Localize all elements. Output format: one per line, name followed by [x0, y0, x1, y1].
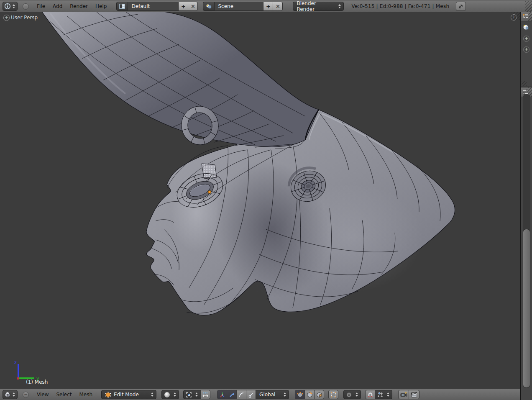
collapse-menus-button[interactable]: −: [23, 3, 29, 10]
scene-ball-icon: [522, 24, 530, 31]
active-object-info: (1) Mesh: [26, 379, 48, 385]
spinner-arrows-icon: [12, 392, 16, 397]
add-scene-button[interactable]: +: [263, 2, 273, 11]
manipulator-toggle-button[interactable]: [217, 390, 227, 399]
blender-window: − File Add Render Help Default + ✕: [0, 0, 532, 400]
render-engine-label: Blender Render: [297, 0, 335, 12]
snap-increment-icon: [377, 392, 384, 398]
outliner-header[interactable]: [521, 12, 532, 21]
window-split-icon: [119, 3, 125, 9]
face-select-icon: [316, 392, 322, 398]
occlude-geometry-toggle[interactable]: [328, 390, 338, 399]
3d-view-editor-icon: [4, 391, 11, 398]
screen-layout-selector: Default + ✕: [116, 2, 198, 11]
scale-manipulator-button[interactable]: [246, 390, 256, 399]
proportional-edit-dropdown[interactable]: [343, 390, 361, 399]
editor-type-selector-3dview[interactable]: [3, 390, 18, 399]
scene-name-field[interactable]: Scene: [214, 2, 263, 11]
info-editor-icon: [4, 3, 11, 10]
menu-select[interactable]: Select: [52, 392, 75, 397]
snap-group: [365, 390, 392, 399]
scale-icon: [248, 392, 254, 398]
pivot-group: [183, 390, 210, 399]
outliner-editor: + +: [521, 12, 532, 87]
clapperboard-icon: [411, 392, 418, 398]
collapse-viewport-menus-button[interactable]: −: [23, 392, 29, 398]
manipulate-centers-toggle[interactable]: [200, 390, 210, 399]
toolshelf-expand-button[interactable]: +: [3, 15, 10, 21]
rotate-manipulator-button[interactable]: [236, 390, 246, 399]
menu-view[interactable]: View: [33, 392, 52, 397]
snap-toggle-button[interactable]: [365, 390, 375, 399]
outliner-content: + +: [521, 21, 532, 87]
orientation-label: Global: [259, 392, 280, 397]
transform-orientation-dropdown[interactable]: Global: [256, 390, 289, 399]
magnet-icon: [367, 392, 373, 398]
active-vertex[interactable]: [208, 191, 211, 193]
translate-manipulator-button[interactable]: [227, 390, 237, 399]
scene-statistics: Ve:0-515 | Ed:0-988 | Fa:0-471 | Mesh: [351, 3, 449, 9]
vertex-select-icon: [297, 392, 303, 398]
menu-mesh[interactable]: Mesh: [76, 392, 97, 397]
opengl-render-anim-button[interactable]: [409, 390, 419, 399]
properties-scrollbar-thumb[interactable]: [523, 229, 530, 388]
right-editors-column: + +: [521, 12, 532, 400]
scene-selector: Scene + ✕: [203, 2, 283, 11]
menu-render[interactable]: Render: [66, 3, 92, 9]
selected-face-patch[interactable]: [202, 164, 217, 179]
face-select-button[interactable]: [314, 390, 324, 399]
select-mode-group: [295, 390, 324, 399]
mode-dropdown[interactable]: Edit Mode: [101, 390, 156, 399]
edge-select-button[interactable]: [304, 390, 315, 399]
scene-icon: [205, 3, 212, 9]
spinner-arrows-icon: [338, 4, 342, 8]
outliner-expand-1[interactable]: +: [523, 36, 529, 42]
outliner-expand-2[interactable]: +: [523, 46, 529, 53]
menu-add[interactable]: Add: [49, 3, 66, 9]
manipulator-group: Global: [217, 390, 289, 399]
shading-solid-icon: [164, 392, 170, 398]
screen-layout-icon-button[interactable]: [116, 2, 128, 11]
viewport-corner-grip[interactable]: [512, 12, 520, 20]
add-layout-button[interactable]: +: [178, 2, 188, 11]
mesh-object[interactable]: [0, 12, 520, 389]
vertex-select-button[interactable]: [295, 390, 305, 399]
header-corner-grip[interactable]: [525, 1, 532, 12]
occlude-icon: [330, 392, 337, 398]
3d-viewport[interactable]: + User Persp + z y (1) Mesh: [0, 12, 520, 389]
camera-icon: [400, 392, 407, 398]
proportional-circle-icon: [346, 392, 352, 398]
maximize-window-button[interactable]: [456, 2, 466, 11]
mode-label: Edit Mode: [114, 392, 148, 397]
outliner-bottom-grip[interactable]: [522, 81, 527, 86]
spinner-arrows-icon: [355, 392, 359, 397]
spinner-arrows-icon: [194, 392, 199, 397]
spinner-arrows-icon: [386, 392, 390, 397]
spinner-arrows-icon: [283, 392, 287, 397]
delete-scene-button[interactable]: ✕: [273, 2, 283, 11]
centers-icon: [202, 392, 209, 398]
editor-type-selector-info[interactable]: [3, 2, 18, 11]
translate-arrow-icon: [229, 392, 235, 398]
menu-help[interactable]: Help: [92, 3, 110, 9]
properties-editor: [521, 87, 532, 400]
mesh-horn[interactable]: [40, 12, 320, 148]
spinner-arrows-icon: [150, 392, 154, 397]
pivot-icon: [186, 392, 192, 398]
viewport-header: − View Select Mesh Edit Mode: [0, 389, 520, 400]
viewport-shading-dropdown[interactable]: [161, 390, 179, 399]
snap-element-dropdown[interactable]: [375, 390, 392, 399]
axis-tripod-icon: [219, 392, 225, 398]
spinner-arrows-icon: [173, 392, 177, 397]
axis-z-label: z: [14, 360, 17, 365]
render-engine-dropdown[interactable]: Blender Render: [293, 2, 344, 11]
spinner-arrows-icon: [12, 4, 16, 8]
opengl-render-button[interactable]: [398, 390, 409, 399]
delete-layout-button[interactable]: ✕: [188, 2, 198, 11]
screen-layout-name-field[interactable]: Default: [128, 2, 179, 11]
fullscreen-icon: [458, 3, 464, 9]
scene-icon-button[interactable]: [203, 2, 215, 11]
pivot-point-dropdown[interactable]: [183, 390, 201, 399]
menu-file[interactable]: File: [33, 3, 49, 9]
outliner-corner-grip[interactable]: [528, 12, 532, 21]
